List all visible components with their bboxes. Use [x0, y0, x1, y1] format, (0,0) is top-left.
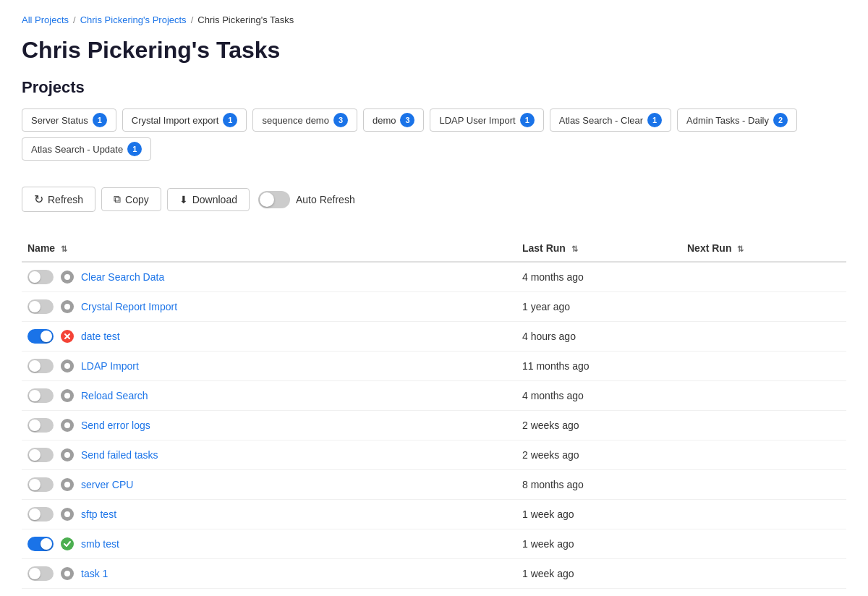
task-toggle-3[interactable] [27, 359, 54, 373]
project-tab-3[interactable]: demo3 [363, 108, 425, 132]
task-nextrun-8 [681, 500, 846, 529]
task-toggle-10[interactable] [27, 566, 54, 581]
task-name-cell-10: task 1 [22, 559, 516, 589]
col-header-name[interactable]: Name ⇅ [22, 235, 516, 262]
task-link-0[interactable]: Clear Search Data [81, 271, 164, 283]
task-nextrun-0 [681, 262, 846, 292]
project-tab-5[interactable]: Atlas Search - Clear1 [550, 108, 671, 132]
project-tab-badge-3: 3 [400, 113, 414, 127]
copy-icon [114, 193, 121, 205]
task-toggle-knob-8 [29, 508, 41, 520]
project-tabs: Server Status1Crystal Import export1sequ… [22, 108, 846, 161]
col-header-nextrun[interactable]: Next Run ⇅ [681, 235, 846, 262]
task-link-8[interactable]: sftp test [81, 508, 116, 520]
task-toggle-knob-2 [41, 331, 52, 342]
task-toggle-2[interactable] [27, 329, 54, 344]
breadcrumb-chris-projects[interactable]: Chris Pickering's Projects [80, 14, 187, 25]
task-status-icon-0 [61, 271, 74, 284]
task-status-icon-8 [61, 508, 74, 521]
nextrun-sort-icon: ⇅ [737, 244, 744, 254]
task-name-cell-7: server CPU [22, 470, 516, 500]
task-status-icon-5 [61, 419, 74, 432]
table-row: sftp test1 week ago [22, 500, 846, 529]
task-nextrun-7 [681, 470, 846, 500]
project-tab-badge-2: 3 [333, 113, 348, 127]
task-toggle-7[interactable] [27, 477, 54, 492]
breadcrumb: All Projects / Chris Pickering's Project… [22, 14, 846, 25]
project-tab-label-5: Atlas Search - Clear [559, 115, 643, 126]
auto-refresh-toggle[interactable] [258, 191, 290, 208]
col-header-lastrun[interactable]: Last Run ⇅ [516, 235, 681, 262]
task-name-cell-2: date test [22, 322, 516, 352]
task-lastrun-3: 11 months ago [516, 352, 681, 381]
task-lastrun-7: 8 months ago [516, 470, 681, 500]
svg-point-7 [64, 452, 70, 458]
project-tab-badge-7: 1 [127, 142, 142, 156]
task-nextrun-11 [681, 589, 846, 597]
breadcrumb-all-projects[interactable]: All Projects [22, 14, 69, 25]
task-link-6[interactable]: Send failed tasks [81, 449, 158, 461]
refresh-label: Refresh [48, 194, 83, 205]
project-tab-badge-5: 1 [647, 113, 662, 127]
section-title: Projects [22, 78, 846, 97]
name-cell-inner-10: task 1 [27, 566, 511, 581]
task-link-3[interactable]: LDAP Import [81, 360, 139, 372]
project-tab-7[interactable]: Atlas Search - Update1 [22, 137, 151, 161]
table-row: Crystal Report Import1 year ago [22, 292, 846, 322]
svg-point-0 [64, 274, 70, 280]
svg-point-10 [64, 571, 70, 576]
table-row: server CPU8 months ago [22, 470, 846, 500]
table-row: Send error logs2 weeks ago [22, 411, 846, 440]
table-row: Clear Search Data4 months ago [22, 262, 846, 292]
task-toggle-6[interactable] [27, 448, 54, 462]
task-nextrun-10 [681, 559, 846, 589]
project-tab-label-7: Atlas Search - Update [31, 144, 123, 155]
task-toggle-8[interactable] [27, 507, 54, 522]
task-nextrun-9 [681, 529, 846, 559]
task-name-cell-4: Reload Search [22, 381, 516, 411]
task-link-4[interactable]: Reload Search [81, 390, 148, 401]
task-toggle-4[interactable] [27, 388, 54, 403]
project-tab-label-0: Server Status [31, 115, 88, 126]
name-cell-inner-5: Send error logs [27, 418, 511, 433]
task-link-7[interactable]: server CPU [81, 479, 133, 490]
refresh-button[interactable]: Refresh [22, 187, 95, 212]
refresh-icon [34, 192, 43, 206]
task-toggle-1[interactable] [27, 299, 54, 314]
name-cell-inner-4: Reload Search [27, 388, 511, 403]
task-name-cell-6: Send failed tasks [22, 440, 516, 470]
task-name-cell-9: smb test [22, 529, 516, 559]
svg-point-4 [64, 363, 70, 369]
name-cell-inner-3: LDAP Import [27, 359, 511, 373]
project-tab-2[interactable]: sequence demo3 [252, 108, 357, 132]
task-link-10[interactable]: task 1 [81, 568, 108, 579]
tasks-table: Name ⇅ Last Run ⇅ Next Run ⇅ Clear Searc… [22, 235, 846, 596]
task-lastrun-10: 1 week ago [516, 559, 681, 589]
task-link-9[interactable]: smb test [81, 538, 119, 550]
task-toggle-0[interactable] [27, 270, 54, 284]
task-link-2[interactable]: date test [81, 331, 120, 342]
project-tab-badge-1: 1 [223, 113, 237, 127]
project-tab-label-6: Admin Tasks - Daily [686, 115, 769, 126]
project-tab-1[interactable]: Crystal Import export1 [122, 108, 247, 132]
task-link-5[interactable]: Send error logs [81, 420, 150, 431]
task-link-1[interactable]: Crystal Report Import [81, 301, 177, 312]
name-sort-icon: ⇅ [61, 244, 67, 254]
task-toggle-knob-6 [29, 449, 41, 461]
table-row: smb test1 week ago [22, 529, 846, 559]
task-toggle-9[interactable] [27, 537, 54, 551]
project-tab-0[interactable]: Server Status1 [22, 108, 116, 132]
task-lastrun-9: 1 week ago [516, 529, 681, 559]
project-tab-6[interactable]: Admin Tasks - Daily2 [677, 108, 797, 132]
name-cell-inner-0: Clear Search Data [27, 270, 511, 284]
download-button[interactable]: Download [167, 188, 250, 211]
table-row: date test4 hours ago [22, 322, 846, 352]
svg-point-5 [64, 393, 70, 399]
task-toggle-5[interactable] [27, 418, 54, 433]
copy-button[interactable]: Copy [101, 187, 161, 211]
task-toggle-knob-1 [29, 301, 41, 312]
task-toggle-knob-3 [29, 360, 41, 372]
auto-refresh-container: Auto Refresh [258, 191, 355, 208]
task-name-cell-1: Crystal Report Import [22, 292, 516, 322]
project-tab-4[interactable]: LDAP User Import1 [430, 108, 543, 132]
